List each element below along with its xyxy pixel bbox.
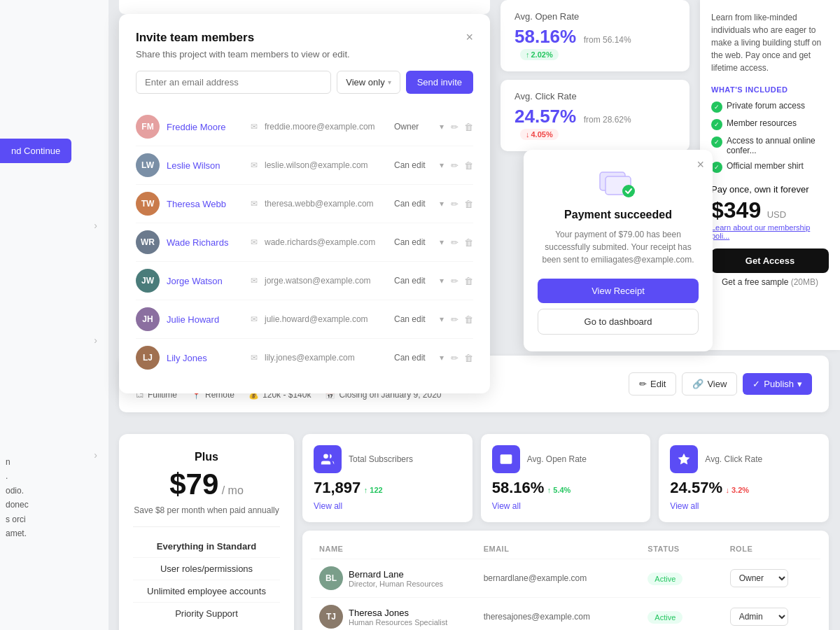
invite-modal-subtitle: Share this project with team members to … <box>136 49 473 59</box>
get-access-button[interactable]: Get Access <box>711 248 829 273</box>
member-name[interactable]: Julie Howard <box>167 314 244 325</box>
check-icon-3: ✓ <box>711 136 722 148</box>
email-cell-1: theresajones@example.com <box>484 612 648 622</box>
open-rate-mini-value: 58.16% <box>492 479 545 496</box>
open-rate-mini-card: Avg. Open Rate 58.16% ↑ 5.4% View all <box>481 434 651 522</box>
member-name[interactable]: Jorge Watson <box>167 276 244 286</box>
check-icon-1: ✓ <box>711 102 722 113</box>
pencil-icon: ✏ <box>639 379 647 389</box>
view-button[interactable]: 🔗 View <box>682 372 737 396</box>
member-email: lily.jones@example.com <box>265 353 387 363</box>
role-select-1[interactable]: Admin Owner Member <box>730 608 788 626</box>
status-badge-1: Active <box>648 611 682 624</box>
click-rate-view-all[interactable]: View all <box>670 501 818 511</box>
delete-icon[interactable]: 🗑 <box>464 314 473 325</box>
open-rate-mini-change: ↑ 5.4% <box>547 486 571 494</box>
membership-sidebar: Learn from like-minded individuals who a… <box>700 0 840 350</box>
member-name[interactable]: Theresa Webb <box>167 199 244 209</box>
edit-icon[interactable]: ✏ <box>451 353 458 363</box>
publish-button[interactable]: ✓ Publish ▾ <box>743 373 812 395</box>
svg-point-2 <box>622 185 635 197</box>
edit-icon[interactable]: ✏ <box>451 122 458 132</box>
member-name[interactable]: Wade Richards <box>167 237 244 248</box>
member-role: Can edit <box>394 237 433 247</box>
role-dropdown[interactable]: ▾ <box>440 353 444 363</box>
table-row: TJ Theresa Jones Human Resources Special… <box>311 597 820 630</box>
delete-icon[interactable]: 🗑 <box>464 237 473 248</box>
member-name[interactable]: Leslie Wilson <box>167 160 244 171</box>
member-avatar: JW <box>136 269 160 293</box>
delete-icon[interactable]: 🗑 <box>464 199 473 209</box>
invite-modal-title: Invite team members <box>136 31 254 45</box>
page-wrapper: › › › nd Continue n . odio. donec s orci… <box>0 0 840 630</box>
delete-icon[interactable]: 🗑 <box>464 276 473 286</box>
check-icon-2: ✓ <box>711 119 722 130</box>
person-cell-1: TJ Theresa Jones Human Resources Special… <box>319 605 484 629</box>
left-sidebar: › › › nd Continue n . odio. donec s orci… <box>0 0 108 630</box>
email-input[interactable] <box>136 71 331 94</box>
role-dropdown[interactable]: ▾ <box>440 276 444 286</box>
role-dropdown[interactable]: ▾ <box>440 122 444 132</box>
payment-title: Payment succeeded <box>538 209 699 221</box>
role-dropdown[interactable]: ▾ <box>440 199 444 209</box>
subscribers-label: Total Subscribers <box>349 454 413 464</box>
sidebar-chevron-2[interactable]: › <box>6 325 108 356</box>
team-table: NAME EMAIL STATUS ROLE BL Bernard Lane D… <box>302 531 829 630</box>
member-email: theresa.webb@example.com <box>265 199 387 209</box>
permission-dropdown[interactable]: View only ▾ <box>337 71 400 94</box>
role-dropdown[interactable]: ▾ <box>440 160 444 170</box>
role-select-0[interactable]: Owner Admin Member <box>730 569 788 587</box>
member-email: freddie.moore@example.com <box>265 122 387 132</box>
close-modal-button[interactable]: × <box>465 31 473 43</box>
table-header: NAME EMAIL STATUS ROLE <box>311 539 820 559</box>
edit-button[interactable]: ✏ Edit <box>629 372 676 396</box>
member-row: LW Leslie Wilson ✉ leslie.wilson@example… <box>136 146 473 185</box>
sidebar-chevron-1[interactable]: › <box>6 210 108 241</box>
member-email: julie.howard@example.com <box>265 314 387 324</box>
membership-policy-link[interactable]: Learn about our membership poli... <box>711 223 829 240</box>
email-icon: ✉ <box>251 199 258 209</box>
edit-icon[interactable]: ✏ <box>451 276 458 286</box>
edit-icon[interactable]: ✏ <box>451 314 458 325</box>
edit-icon[interactable]: ✏ <box>451 237 458 248</box>
subscribers-card: Total Subscribers 71,897 ↑ 122 View all <box>302 434 472 522</box>
chevron-down-icon: ▾ <box>797 379 802 389</box>
person-name-0: Bernard Lane <box>349 569 443 580</box>
open-rate-view-all[interactable]: View all <box>492 501 640 511</box>
continue-button[interactable]: nd Continue <box>0 139 71 163</box>
email-icon: ✉ <box>251 314 258 324</box>
open-rate-badge: ↑ 2.02% <box>520 49 559 60</box>
go-dashboard-button[interactable]: Go to dashboard <box>538 309 699 335</box>
check-icon-4: ✓ <box>711 162 722 173</box>
role-dropdown[interactable]: ▾ <box>440 314 444 324</box>
email-icon: ✉ <box>251 276 258 286</box>
edit-icon[interactable]: ✏ <box>451 199 458 209</box>
member-name[interactable]: Lily Jones <box>167 353 244 363</box>
plan-period: / mo <box>222 484 244 496</box>
click-rate-from: from 28.62% <box>584 115 631 125</box>
member-name[interactable]: Freddie Moore <box>167 122 244 132</box>
send-invite-button[interactable]: Send invite <box>406 71 473 94</box>
delete-icon[interactable]: 🗑 <box>464 122 473 132</box>
member-row: FM Freddie Moore ✉ freddie.moore@example… <box>136 108 473 146</box>
view-receipt-button[interactable]: View Receipt <box>538 279 699 303</box>
click-rate-mini-card: Avg. Click Rate 24.57% ↓ 3.2% View all <box>659 434 829 522</box>
delete-icon[interactable]: 🗑 <box>464 160 473 171</box>
person-cell-0: BL Bernard Lane Director, Human Resource… <box>319 566 484 590</box>
subscribers-icon <box>314 445 342 473</box>
feature-item-3: ✓ Access to annual online confer... <box>711 136 829 155</box>
email-cell-0: bernardlane@example.com <box>484 573 648 583</box>
edit-icon[interactable]: ✏ <box>451 160 458 171</box>
open-rate-label: Avg. Open Rate <box>514 11 676 22</box>
member-row: JW Jorge Watson ✉ jorge.watson@example.c… <box>136 262 473 300</box>
delete-icon[interactable]: 🗑 <box>464 353 473 363</box>
svg-point-3 <box>323 454 328 459</box>
link-icon: 🔗 <box>692 379 704 389</box>
feature-item-1: ✓ Private forum access <box>711 101 829 113</box>
payment-close-button[interactable]: × <box>696 158 704 171</box>
role-dropdown[interactable]: ▾ <box>440 237 444 247</box>
subscribers-view-all[interactable]: View all <box>314 501 461 511</box>
table-row: BL Bernard Lane Director, Human Resource… <box>311 559 820 597</box>
member-email: wade.richards@example.com <box>265 237 387 247</box>
membership-intro: Learn from like-minded individuals who a… <box>711 11 829 74</box>
